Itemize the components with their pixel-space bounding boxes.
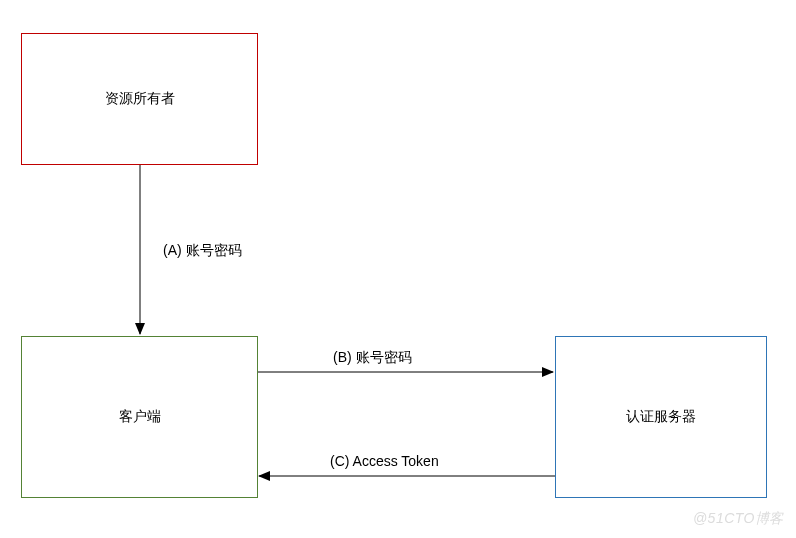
edge-label-a: (A) 账号密码 — [163, 242, 242, 260]
client-label: 客户端 — [119, 408, 161, 426]
auth-server-box: 认证服务器 — [555, 336, 767, 498]
edge-label-c: (C) Access Token — [330, 453, 439, 469]
client-box: 客户端 — [21, 336, 258, 498]
resource-owner-label: 资源所有者 — [105, 90, 175, 108]
resource-owner-box: 资源所有者 — [21, 33, 258, 165]
auth-server-label: 认证服务器 — [626, 408, 696, 426]
edge-label-b: (B) 账号密码 — [333, 349, 412, 367]
watermark-text: @51CTO博客 — [693, 510, 784, 528]
diagram-canvas: 资源所有者 客户端 认证服务器 (A) 账号密码 (B) 账号密码 (C) Ac… — [0, 0, 796, 538]
